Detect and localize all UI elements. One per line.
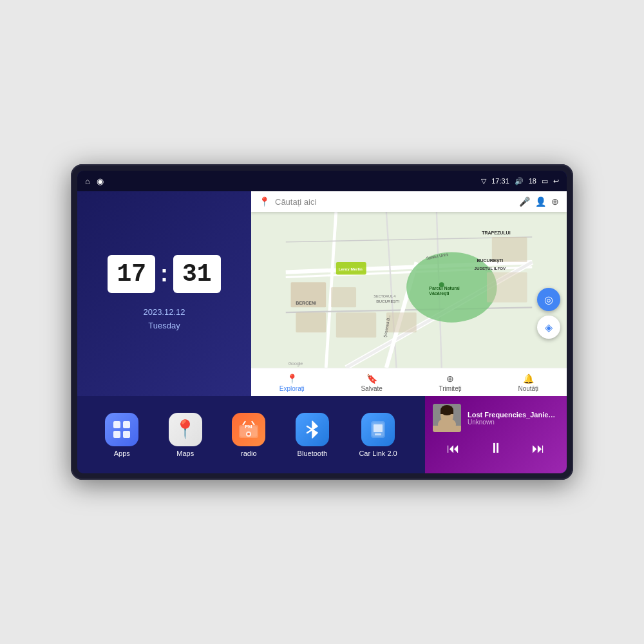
- account-icon[interactable]: 👤: [535, 196, 546, 207]
- svg-rect-53: [433, 426, 461, 432]
- app-icon-bluetooth[interactable]: Bluetooth: [296, 413, 329, 457]
- svg-rect-52: [440, 410, 453, 414]
- clock-date: 2023.12.12 Tuesday: [143, 306, 185, 333]
- bluetooth-label: Bluetooth: [298, 450, 327, 457]
- svg-rect-35: [113, 431, 120, 438]
- saved-icon: 🔖: [366, 374, 377, 384]
- music-player: Lost Frequencies_Janieck Devy-... Unknow…: [425, 396, 567, 473]
- music-details: Lost Frequencies_Janieck Devy-... Unknow…: [468, 411, 559, 426]
- svg-text:BUCUREȘTI: BUCUREȘTI: [376, 299, 399, 303]
- apps-icon-wrapper: [105, 413, 138, 446]
- svg-rect-18: [336, 312, 376, 337]
- map-panel[interactable]: 📍 Căutați aici 🎤 👤 ⊕: [251, 191, 567, 396]
- music-artist: Unknown: [468, 419, 559, 426]
- svg-text:JUDEȚUL ILFOV: JUDEȚUL ILFOV: [474, 266, 506, 270]
- svg-rect-33: [113, 421, 120, 428]
- saved-label: Salvate: [361, 385, 382, 392]
- map-search-bar[interactable]: 📍 Căutați aici 🎤 👤 ⊕: [251, 191, 567, 212]
- svg-rect-34: [123, 421, 130, 428]
- status-left: ⌂ ◉: [85, 176, 104, 186]
- svg-point-41: [247, 433, 250, 435]
- next-button[interactable]: ⏭: [532, 441, 545, 456]
- battery-level: 18: [529, 177, 536, 185]
- apps-area: Apps 📍 Maps FM: [77, 396, 425, 473]
- svg-point-14: [439, 282, 444, 287]
- svg-rect-47: [375, 433, 381, 435]
- send-icon: ⊕: [446, 374, 454, 384]
- radio-icon-wrapper: FM: [232, 413, 265, 446]
- status-right: ▽ 17:31 🔊 18 ▭ ↩: [481, 177, 559, 185]
- top-section: 17 : 31 2023.12.12 Tuesday 📍 Căutați aic…: [77, 191, 567, 396]
- clock-colon: :: [160, 260, 168, 287]
- send-label: Trimiteți: [439, 385, 462, 392]
- battery-icon: ▭: [542, 177, 548, 185]
- explore-icon: 📍: [287, 374, 298, 384]
- bluetooth-icon-wrapper: [296, 413, 329, 446]
- carlink-label: Car Link 2.0: [359, 450, 397, 457]
- svg-rect-16: [296, 312, 326, 332]
- main-content: 17 : 31 2023.12.12 Tuesday 📍 Căutați aic…: [77, 191, 567, 473]
- app-icon-radio[interactable]: FM radio: [232, 413, 265, 457]
- map-body[interactable]: Parcul Natural Văcărești: [251, 212, 567, 368]
- svg-text:FM: FM: [245, 424, 253, 430]
- map-search-actions: 🎤 👤 ⊕: [519, 196, 559, 207]
- svg-text:Leroy Merlin: Leroy Merlin: [339, 267, 363, 271]
- music-title: Lost Frequencies_Janieck Devy-...: [468, 411, 559, 419]
- back-icon[interactable]: ↩: [553, 177, 559, 185]
- svg-text:Văcărești: Văcărești: [429, 291, 449, 296]
- play-pause-button[interactable]: ⏸: [489, 440, 503, 457]
- svg-text:BUCUREȘTI: BUCUREȘTI: [477, 258, 503, 263]
- mic-icon[interactable]: 🎤: [519, 196, 530, 207]
- app-icon-carlink[interactable]: Car Link 2.0: [359, 413, 397, 457]
- device-screen: ⌂ ◉ ▽ 17:31 🔊 18 ▭ ↩ 17 : 31: [77, 171, 567, 473]
- news-icon: 🔔: [523, 374, 534, 384]
- svg-text:Parcul Natural: Parcul Natural: [429, 286, 460, 290]
- home-icon[interactable]: ⌂: [85, 176, 90, 186]
- map-search-placeholder[interactable]: Căutați aici: [275, 197, 514, 207]
- map-nav-send[interactable]: ⊕ Trimiteți: [439, 374, 462, 392]
- clock-display: 17 : 31: [108, 255, 220, 293]
- explore-label: Explorați: [279, 385, 305, 392]
- svg-rect-36: [123, 431, 130, 438]
- svg-text:Google: Google: [289, 361, 303, 366]
- status-time: 17:31: [491, 177, 509, 185]
- music-thumbnail: [433, 404, 461, 432]
- music-info: Lost Frequencies_Janieck Devy-... Unknow…: [433, 404, 559, 432]
- map-pin-icon: 📍: [259, 196, 270, 207]
- music-controls: ⏮ ⏸ ⏭: [433, 440, 559, 457]
- map-nav-explore[interactable]: 📍 Explorați: [279, 374, 305, 392]
- car-display-device: ⌂ ◉ ▽ 17:31 🔊 18 ▭ ↩ 17 : 31: [71, 164, 573, 480]
- compass-button[interactable]: ◎: [537, 288, 560, 311]
- clock-minute: 31: [173, 255, 221, 293]
- status-bar: ⌂ ◉ ▽ 17:31 🔊 18 ▭ ↩: [77, 171, 567, 191]
- maps-icon-wrapper: 📍: [169, 413, 202, 446]
- carlink-icon-wrapper: [361, 413, 395, 446]
- clock-panel: 17 : 31 2023.12.12 Tuesday: [77, 191, 251, 396]
- signal-icon: ▽: [481, 177, 486, 185]
- nav-icon[interactable]: ◉: [97, 176, 104, 186]
- clock-hour: 17: [108, 255, 155, 293]
- map-nav-saved[interactable]: 🔖 Salvate: [361, 374, 382, 392]
- app-icon-apps[interactable]: Apps: [105, 413, 138, 457]
- svg-text:TRAPEZULUI: TRAPEZULUI: [482, 231, 510, 235]
- bottom-section: Apps 📍 Maps FM: [77, 396, 567, 473]
- svg-rect-21: [487, 272, 527, 303]
- app-icon-maps[interactable]: 📍 Maps: [169, 413, 202, 457]
- location-button[interactable]: ◈: [537, 316, 560, 339]
- svg-text:BERCENI: BERCENI: [296, 301, 316, 305]
- layers-icon[interactable]: ⊕: [551, 196, 559, 207]
- svg-rect-46: [374, 424, 383, 432]
- svg-rect-17: [331, 287, 356, 307]
- svg-text:SECTORUL 4: SECTORUL 4: [374, 294, 395, 298]
- map-nav-bottom: 📍 Explorați 🔖 Salvate ⊕ Trimiteți 🔔: [251, 368, 567, 396]
- map-nav-news[interactable]: 🔔 Noutăți: [518, 374, 538, 392]
- prev-button[interactable]: ⏮: [447, 441, 460, 456]
- maps-label: Maps: [176, 450, 194, 457]
- apps-label: Apps: [114, 450, 130, 457]
- volume-icon: 🔊: [515, 177, 524, 185]
- news-label: Noutăți: [518, 385, 538, 392]
- radio-label: radio: [241, 450, 256, 457]
